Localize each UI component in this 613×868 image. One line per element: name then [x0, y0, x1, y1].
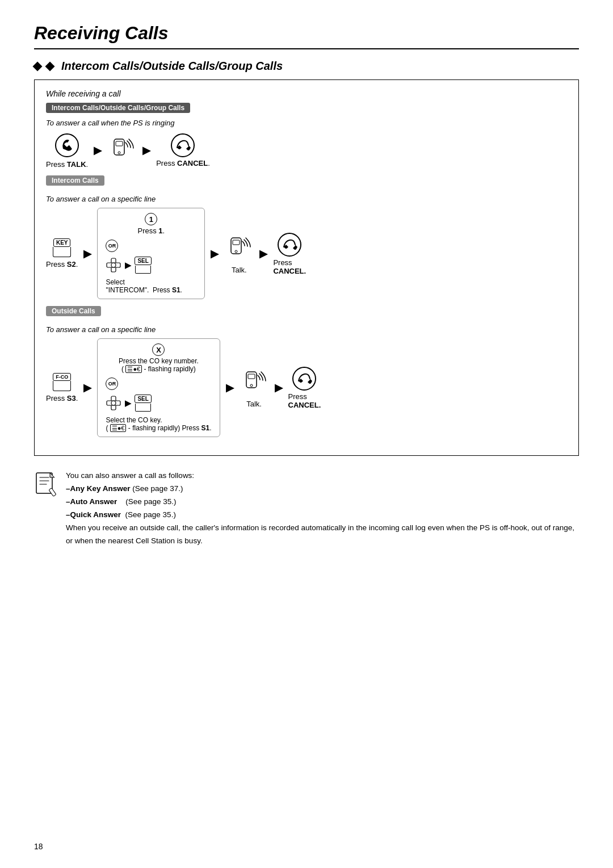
to-answer-specific2-label: To answer a call on a specific line [46, 325, 567, 334]
notes-section: You can also answer a call as follows: –… [34, 469, 579, 548]
to-answer-specific-label: To answer a call on a specific line [46, 195, 567, 203]
cancel-handset-icon [170, 133, 195, 158]
talk3-group: Talk. [240, 367, 269, 408]
cancel3-group: PressCANCEL. [288, 366, 321, 409]
outside-flow-row: F-CO Press S3. ▶ X Press the CO key numb… [46, 338, 567, 437]
handset-ringing-icon2 [224, 233, 254, 265]
svg-point-18 [293, 367, 316, 390]
diamond-icon1 [33, 61, 43, 71]
arrow6: ▶ [259, 248, 267, 260]
cancel2-group: PressCANCEL. [273, 232, 306, 275]
note-bullet2: When you receive an outside call, the ca… [66, 523, 574, 545]
quick-answer-label: –Quick Answer [66, 510, 121, 519]
talk-flow-row: Press TALK. ▶ ▶ [46, 132, 567, 169]
press-cancel2-label: PressCANCEL. [273, 258, 306, 275]
arrow8: ▶ [125, 399, 131, 408]
press-1-label: Press 1. [138, 227, 165, 235]
talk-button-icon [53, 132, 81, 159]
arrow4: ▶ [125, 261, 131, 270]
x-circle-icon: X [152, 343, 165, 356]
arrow10: ▶ [275, 381, 283, 394]
press-s3-label: Press S3. [46, 394, 78, 402]
num-1-circle: 1 [145, 213, 157, 225]
press-talk-group: Press TALK. [46, 132, 88, 169]
arrow5: ▶ [211, 248, 219, 260]
note-icon [34, 469, 57, 548]
cancel-handset-icon3 [292, 366, 317, 391]
handset-ringing-icon [107, 135, 137, 166]
arrow9: ▶ [226, 381, 234, 394]
outside-options-box: X Press the CO key number.( ☰●€ - flashi… [97, 338, 220, 437]
nav-cross-icon2 [106, 395, 121, 411]
press-s2-label: Press S2. [46, 260, 78, 269]
auto-answer-label: –Auto Answer [66, 497, 117, 506]
sel-badge2: SEL [135, 395, 151, 403]
cancel-handset-icon2 [277, 232, 302, 257]
key-badge: KEY [53, 238, 71, 247]
fco-key-icon: F-CO [53, 373, 71, 391]
any-key-page: (See page 37.) [131, 484, 183, 493]
press-co-label: Press the CO key number.( ☰●€ - flashing… [119, 357, 199, 373]
arrow3: ▶ [83, 248, 91, 260]
svg-point-0 [56, 134, 78, 157]
page-title: Receiving Calls [34, 23, 579, 49]
main-instruction-box: While receiving a call Intercom Calls/Ou… [34, 79, 579, 456]
diamond-icon2 [45, 61, 55, 71]
talk2-group: Talk. [224, 233, 254, 274]
outside-calls-badge: Outside Calls [46, 306, 101, 316]
handset-ringing-icon3 [240, 367, 269, 399]
press-s3-group: F-CO Press S3. [46, 373, 78, 402]
any-key-label: –Any Key Answer [66, 484, 131, 493]
all-calls-badge: Intercom Calls/Outside Calls/Group Calls [46, 103, 190, 113]
svg-point-11 [278, 233, 301, 256]
svg-point-14 [111, 401, 116, 405]
auto-answer-page: (See page 35.) [125, 497, 176, 506]
intercom-options-box: 1 Press 1. OR ▶ SEL [97, 208, 205, 299]
arrow1: ▶ [94, 144, 102, 157]
page-number: 18 [34, 842, 43, 851]
note-bullet1: You can also answer a call as follows: [66, 471, 194, 480]
key-icon: KEY [53, 238, 71, 257]
talk-label-group: Press CANCEL. [156, 133, 210, 167]
select-intercom-text: Select"INTERCOM". Press S1. [106, 278, 182, 294]
press-cancel-label: Press CANCEL. [156, 159, 210, 167]
sel-badge: SEL [135, 257, 151, 265]
nav-cross-icon [106, 257, 121, 273]
to-answer-ringing-label: To answer a call when the PS is ringing [46, 119, 567, 127]
talk2-label: Talk. [232, 266, 247, 274]
talk3-label: Talk. [246, 400, 262, 408]
svg-point-7 [111, 263, 116, 267]
arrow2: ▶ [142, 144, 150, 157]
arrow7: ▶ [83, 381, 91, 394]
intercom-flow-row: KEY Press S2. ▶ 1 Press 1. OR [46, 208, 567, 299]
select-co-text: Select the CO key.( ☰●€ - flashing rapid… [106, 416, 211, 432]
section-title: Intercom Calls/Outside Calls/Group Calls [34, 60, 579, 73]
press-talk-label: Press TALK. [46, 160, 88, 169]
notes-content: You can also answer a call as follows: –… [66, 469, 579, 548]
or-circle-1: OR [106, 240, 118, 252]
svg-point-4 [171, 134, 194, 157]
intercom-calls-badge: Intercom Calls [46, 175, 104, 186]
press-s2-group: KEY Press S2. [46, 238, 78, 269]
quick-answer-page: (See page 35.) [125, 510, 176, 519]
while-receiving-label: While receiving a call [46, 89, 567, 98]
press-cancel3-label: PressCANCEL. [288, 392, 321, 409]
fco-badge: F-CO [53, 373, 71, 381]
or-circle-2: OR [106, 378, 118, 390]
